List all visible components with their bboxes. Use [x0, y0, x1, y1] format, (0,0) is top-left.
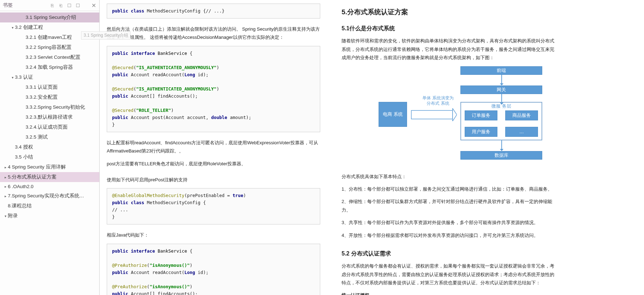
paragraph: 分布式系统的每个服务都会有认证、授权的需求，如果每个服务都实现一套认证授权逻辑会… [342, 262, 555, 287]
bookmark-label: 3.3.2.安全配置 [26, 94, 58, 100]
expand-all-icon[interactable]: ⎘ [49, 2, 55, 8]
sidebar-header: 书签 ⎘ ⎗ ☐ ☐ ✕ [0, 0, 99, 11]
expand-carat-icon[interactable]: ▾ [10, 26, 15, 30]
bookmark-label: 3.3 认证 [15, 74, 33, 81]
subsection-heading: 5.2 分布式认证需求 [342, 249, 555, 258]
bookmark-item[interactable]: 3.3.2.Spring Security初始化 [0, 102, 99, 112]
expand-carat-icon[interactable]: ▸ [3, 165, 8, 169]
bookmark-label: 附录 [8, 213, 18, 219]
list-item: 3、共享性：每个部分都可以作为共享资源对外提供服务，多个部分可能有操作共享资源的… [342, 218, 555, 227]
bookmark-label: 4 Spring Security 应用详解 [8, 164, 66, 170]
bookmark-label: 3.3.1 认证页面 [26, 84, 58, 90]
expand-carat-icon[interactable]: ▾ [10, 76, 15, 79]
bookmark-item[interactable]: 3.3.1 认证页面 [0, 82, 99, 92]
bookmark-label: 8.课程总结 [8, 203, 32, 209]
bookmark-remove-icon[interactable]: ☐ [75, 2, 81, 8]
paragraph: 然后向方法（在类或接口上）添加注解就会限制对该方法的访问。 Spring Sec… [107, 25, 320, 42]
bookmark-item[interactable]: ▾3.3 认证 [0, 72, 99, 82]
close-icon[interactable]: ✕ [91, 2, 96, 8]
bookmark-label: 3.2.3.默认根路径请求 [26, 114, 73, 120]
bookmark-item[interactable]: 3.2.2 Spring容器配置 [0, 42, 99, 52]
expand-carat-icon[interactable]: ▸ [3, 185, 8, 188]
paragraph: 以上配置标明readAccount、findAccounts方法可匿名访问，底层… [107, 139, 320, 155]
bookmark-item[interactable]: ▸5.分布式系统认证方案 [0, 172, 99, 182]
bookmark-item[interactable]: ▾3.2 创建工程 [0, 22, 99, 32]
dg-user: 用户服务 [465, 127, 497, 137]
dg-product: 商品服务 [505, 110, 538, 120]
subsection-heading: 5.1什么是分布式系统 [342, 24, 555, 33]
bookmark-item[interactable]: 3.4 授权 [0, 142, 99, 152]
bookmark-tree[interactable]: 3.1 Spring Security介绍▾3.2 创建工程3.2.1 创建ma… [0, 11, 99, 295]
document-view: public class MethodSecurityConfig {// ..… [100, 0, 644, 295]
bookmark-label: 3.1 Spring Security介绍 [26, 14, 76, 21]
page-left: public class MethodSecurityConfig {// ..… [100, 0, 327, 295]
bookmark-item[interactable]: 3.2.3 Servlet Context配置 [0, 52, 99, 62]
section-heading: 5.分布式系统认证方案 [342, 6, 555, 18]
bookmark-item[interactable]: 3.2.4.认证成功页面 [0, 122, 99, 132]
dg-more: … [505, 127, 538, 137]
bookmark-label: 5.分布式系统认证方案 [8, 174, 57, 180]
paragraph-bold: 统一认证授权 [342, 291, 555, 295]
bookmark-item[interactable]: ▸6 .OAuth2.0 [0, 182, 99, 191]
list-item: 4、开放性：每个部分根据需求都可以对外发布共享资源的访问接口，并可允许第三方系统… [342, 231, 555, 239]
dg-frontend: 前端 [460, 66, 542, 75]
bookmark-item[interactable]: ▸7.Spring Security实现分布式系统… [0, 191, 99, 201]
bookmark-item[interactable]: 3.2.5 测试 [0, 132, 99, 142]
expand-carat-icon[interactable]: ▾ [3, 214, 8, 218]
bookmark-label: 3.2.1 创建maven工程 [26, 34, 72, 41]
expand-carat-icon[interactable]: ▸ [3, 194, 8, 198]
bookmarks-sidebar: 书签 ⎘ ⎗ ☐ ☐ ✕ 3.1 Spring Security介绍▾3.2 创… [0, 0, 100, 295]
list-item: 1、分布性：每个部分都可以独立部署，服务之间交互通过网络进行通信，比如：订单服务… [342, 185, 555, 193]
bookmark-item[interactable]: 3.3.2.安全配置 [0, 92, 99, 102]
code-block: @EnableGlobalMethodSecurity(prePostEnabl… [107, 188, 320, 224]
bookmark-label: 3.2.4.认证成功页面 [26, 124, 68, 130]
bookmark-label: 3.4 授权 [15, 144, 33, 150]
paragraph: 分布式系统具体如下基本特点： [342, 172, 555, 181]
sidebar-title: 书签 [3, 2, 13, 9]
svg-marker-5 [453, 108, 457, 121]
bookmark-label: 3.3.2.Spring Security初始化 [26, 104, 85, 110]
page-right: 5.分布式系统认证方案 5.1什么是分布式系统 随着软件环境和需求的变化，软件的… [334, 0, 562, 295]
bookmark-label: 3.2.4 加载 Spring容器 [26, 64, 73, 71]
svg-rect-4 [411, 110, 453, 119]
bookmark-item[interactable]: 8.课程总结 [0, 201, 99, 211]
dg-gateway: 网关 [460, 86, 542, 94]
paragraph: 随着软件环境和需求的变化，软件的架构由单体结构演变为分布式架构，具有分布式架构的… [342, 37, 555, 62]
bookmark-label: 6 .OAuth2.0 [8, 184, 33, 189]
code-block: public interface BankService { @PreAutho… [107, 244, 320, 295]
sidebar-toolbar: ⎘ ⎗ ☐ ☐ ✕ [49, 2, 96, 8]
architecture-diagram: 前端 网关 电商 系统 单体 系统演变为分布式 系统 微服 务层 订单服务 商品… [354, 66, 553, 166]
list-item: 2、伸缩性：每个部分都可以集群方式部署，并可针对部分结点进行硬件及软件扩容，具有… [342, 197, 555, 214]
bookmark-label: 3.5 小结 [15, 154, 33, 160]
dg-database: 数据库 [460, 151, 542, 160]
dg-note: 单体 系统演变为分布式 系统 [418, 95, 458, 107]
bookmark-item[interactable]: ▾附录 [0, 211, 99, 221]
bookmark-item[interactable]: 3.2.3.默认根路径请求 [0, 112, 99, 122]
dg-ecommerce: 电商 系统 [379, 102, 407, 127]
bookmark-add-icon[interactable]: ☐ [67, 2, 72, 8]
expand-carat-icon[interactable]: ▸ [3, 175, 8, 179]
bookmark-item[interactable]: 3.2.1 创建maven工程 [0, 32, 99, 42]
code-block: public interface BankService { @Secured(… [107, 46, 320, 132]
bookmark-item[interactable]: 3.5 小结 [0, 152, 99, 162]
bookmark-item[interactable]: 3.2.4 加载 Spring容器 [0, 62, 99, 72]
paragraph: post方法需要有TELLER角色才能访问，底层使用RoleVoter投票器。 [107, 160, 320, 168]
collapse-all-icon[interactable]: ⎗ [58, 2, 64, 8]
bookmark-item[interactable]: 3.1 Spring Security介绍 [0, 12, 99, 22]
paragraph: 相应Java代码如下： [107, 231, 320, 239]
dg-micro-label: 微服 务层 [460, 103, 542, 109]
bookmark-item[interactable]: ▸4 Spring Security 应用详解 [0, 162, 99, 172]
bookmark-label: 3.2.2 Spring容器配置 [26, 44, 72, 51]
bookmark-label: 3.2 创建工程 [15, 24, 43, 31]
dg-order: 订单服务 [465, 110, 497, 120]
paragraph: 使用如下代码可启用prePost注解的支持 [107, 176, 320, 184]
code-block: public class MethodSecurityConfig {// ..… [107, 4, 320, 19]
bookmark-label: 7.Spring Security实现分布式系统… [8, 193, 84, 199]
bookmark-label: 3.2.5 测试 [26, 134, 48, 140]
bookmark-label: 3.2.3 Servlet Context配置 [26, 54, 80, 61]
